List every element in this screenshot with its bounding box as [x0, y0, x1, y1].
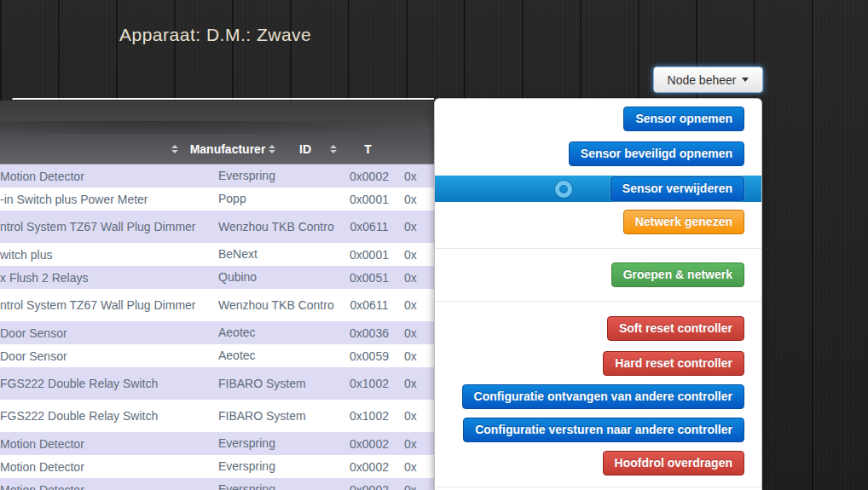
sensor-verwijderen-button[interactable]: Sensor verwijderen: [610, 176, 744, 201]
device-type: 0x: [404, 164, 434, 187]
device-name: Motion Detector: [0, 478, 218, 490]
device-name: FGS222 Double Relay Switch: [0, 367, 218, 400]
device-id: 0x0001: [334, 243, 404, 266]
menu-divider: [435, 248, 761, 249]
device-type: 0x: [404, 344, 434, 367]
menu-divider: [435, 301, 761, 302]
node-menu-panel: Sensor opnemenSensor beveiligd opnemenSe…: [434, 98, 762, 490]
device-name: Door Sensor: [0, 321, 218, 344]
device-manufacturer: Everspring: [218, 478, 334, 490]
column-header-product[interactable]: [0, 135, 183, 164]
device-type: 0x: [404, 266, 434, 289]
device-table: Motion DetectorEverspring0x00020x-in Swi…: [0, 164, 434, 490]
device-id: 0x0002: [334, 432, 404, 455]
menu-row: Soft reset controller: [435, 316, 761, 341]
device-name: Motion Detector: [0, 432, 218, 455]
menu-row: Groepen & netwerk: [435, 262, 761, 287]
netwerk-genezen-button[interactable]: Netwerk genezen: [623, 210, 744, 234]
menu-row: Sensor opnemen: [435, 107, 761, 131]
table-panel-heading: [0, 101, 434, 135]
device-id: 0x0002: [334, 478, 404, 490]
device-row[interactable]: ntrol System TZ67 Wall Plug DimmerWenzho…: [0, 210, 434, 243]
device-row[interactable]: Motion DetectorEverspring0x00020x: [0, 455, 434, 478]
device-type: 0x: [404, 455, 434, 478]
device-name: Motion Detector: [0, 164, 218, 187]
device-id: 0x0001: [334, 187, 404, 210]
device-manufacturer: FIBARO System: [218, 367, 334, 400]
device-id: 0x0002: [334, 455, 404, 478]
menu-row: Hoofdrol overdragen: [435, 451, 761, 476]
device-manufacturer: Wenzhou TKB Control System: [218, 289, 334, 321]
sort-icon[interactable]: [330, 145, 337, 153]
device-manufacturer: Aeotec: [218, 344, 334, 367]
device-manufacturer: Popp: [218, 187, 334, 210]
device-row[interactable]: witch plusBeNext0x00010x: [0, 243, 434, 266]
device-type: 0x: [404, 187, 434, 210]
device-id: 0x1002: [334, 400, 404, 432]
column-header-id[interactable]: ID: [282, 135, 340, 164]
device-name: Motion Detector: [0, 455, 218, 478]
groepen-netwerk-button[interactable]: Groepen & netwerk: [611, 262, 744, 287]
hoofdrol-overdragen-button[interactable]: Hoofdrol overdragen: [603, 451, 744, 476]
caret-down-icon: [742, 78, 749, 82]
device-manufacturer: FIBARO System: [218, 400, 334, 432]
device-row[interactable]: Motion DetectorEverspring0x00020x: [0, 478, 434, 490]
device-name: x Flush 2 Relays: [0, 266, 218, 289]
node-beheer-button[interactable]: Node beheer: [653, 66, 763, 93]
menu-row: Configuratie ontvangen van andere contro…: [435, 384, 761, 409]
device-id: 0x0611: [334, 289, 404, 321]
device-manufacturer: Qubino: [218, 266, 334, 289]
device-id: 0x0051: [334, 266, 404, 289]
device-id: 0x0002: [334, 164, 404, 187]
sort-icon[interactable]: [269, 145, 275, 153]
device-type: 0x: [404, 210, 434, 243]
device-row[interactable]: -in Switch plus Power MeterPopp0x00010x: [0, 187, 434, 210]
panel-top-border: [12, 98, 434, 100]
menu-row: Netwerk genezen: [435, 210, 761, 234]
soft-reset-controller-button[interactable]: Soft reset controller: [607, 316, 744, 341]
device-manufacturer: Wenzhou TKB Control System: [218, 210, 334, 243]
menu-row: Configuratie versturen naar andere contr…: [435, 418, 761, 442]
configuratie-ontvangen-button[interactable]: Configuratie ontvangen van andere contro…: [462, 384, 744, 409]
device-name: Door Sensor: [0, 344, 218, 367]
menu-divider: [435, 487, 761, 487]
node-beheer-label: Node beheer: [668, 73, 737, 87]
device-row[interactable]: Motion DetectorEverspring0x00020x: [0, 432, 434, 455]
device-row[interactable]: Motion DetectorEverspring0x00020x: [0, 164, 434, 187]
device-name: ntrol System TZ67 Wall Plug Dimmer: [0, 210, 218, 243]
device-manufacturer: Aeotec: [218, 321, 334, 344]
device-row[interactable]: FGS222 Double Relay SwitchFIBARO System0…: [0, 367, 434, 400]
device-row[interactable]: FGS222 Double Relay SwitchFIBARO System0…: [0, 400, 434, 432]
device-row[interactable]: ntrol System TZ67 Wall Plug DimmerWenzho…: [0, 289, 434, 321]
column-header-type[interactable]: T: [340, 135, 434, 164]
device-type: 0x: [404, 367, 434, 400]
device-name: -in Switch plus Power Meter: [0, 187, 218, 210]
sensor-opnemen-button[interactable]: Sensor opnemen: [623, 107, 744, 131]
menu-row: Hard reset controller: [435, 351, 761, 376]
page-title: Apparaat: D.M.: Zwave: [119, 25, 311, 45]
device-type: 0x: [404, 289, 434, 321]
device-id: 0x0036: [334, 321, 404, 344]
device-id: 0x0611: [334, 210, 404, 243]
device-type: 0x: [404, 243, 434, 266]
device-name: FGS222 Double Relay Switch: [0, 400, 218, 432]
device-row[interactable]: Door SensorAeotec0x00590x: [0, 344, 434, 367]
device-manufacturer: BeNext: [218, 243, 334, 266]
device-type: 0x: [404, 400, 434, 432]
menu-row: Sensor verwijderen: [435, 176, 761, 202]
device-type: 0x: [404, 432, 434, 455]
sort-icon[interactable]: [171, 145, 178, 153]
device-name: witch plus: [0, 243, 218, 266]
device-row[interactable]: x Flush 2 RelaysQubino0x00510x: [0, 266, 434, 289]
sensor-beveiligd-opnemen-button[interactable]: Sensor beveiligd opnemen: [569, 141, 744, 166]
device-name: ntrol System TZ67 Wall Plug Dimmer: [0, 289, 218, 321]
device-manufacturer: Everspring: [218, 164, 334, 187]
menu-row: Sensor beveiligd opnemen: [435, 141, 761, 166]
device-row[interactable]: Door SensorAeotec0x00360x: [0, 321, 434, 344]
device-type: 0x: [404, 478, 434, 490]
device-type: 0x: [404, 321, 434, 344]
hard-reset-controller-button[interactable]: Hard reset controller: [603, 351, 744, 376]
column-header-manufacturer[interactable]: Manufacturer: [183, 135, 282, 164]
configuratie-versturen-button[interactable]: Configuratie versturen naar andere contr…: [463, 418, 744, 442]
device-id: 0x0059: [334, 344, 404, 367]
